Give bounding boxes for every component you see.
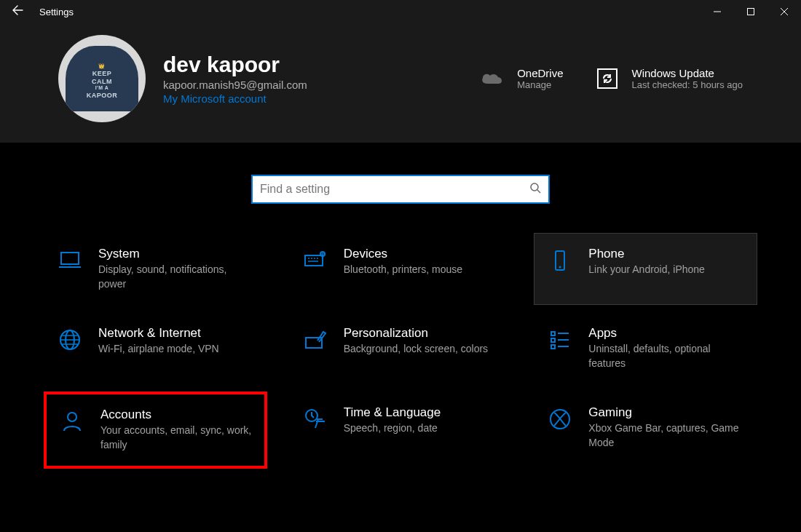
svg-rect-13 bbox=[551, 345, 555, 349]
titlebar: Settings bbox=[0, 0, 801, 23]
person-icon bbox=[60, 409, 84, 434]
tile-apps[interactable]: AppsUninstall, defaults, optional featur… bbox=[534, 312, 757, 384]
paint-icon bbox=[303, 327, 328, 352]
search-section bbox=[0, 143, 801, 218]
tile-time-language[interactable]: Time & LanguageSpeech, region, date bbox=[289, 392, 513, 468]
onedrive-link[interactable]: OneDrive Manage bbox=[478, 67, 563, 90]
tile-gaming[interactable]: GamingXbox Game Bar, captures, Game Mode bbox=[534, 392, 757, 468]
svg-rect-10 bbox=[306, 338, 322, 348]
keyboard-icon bbox=[303, 248, 328, 273]
tile-title: Accounts bbox=[100, 408, 254, 422]
tile-description: Your accounts, email, sync, work, family bbox=[100, 424, 254, 452]
laptop-icon bbox=[58, 248, 82, 273]
avatar-text: KAPOOR bbox=[87, 92, 118, 100]
tile-description: Bluetooth, printers, mouse bbox=[344, 263, 502, 277]
tile-title: Network & Internet bbox=[98, 326, 256, 341]
tile-description: Xbox Game Bar, captures, Game Mode bbox=[588, 421, 746, 450]
xbox-icon bbox=[548, 407, 572, 432]
tile-description: Uninstall, defaults, optional features bbox=[588, 342, 746, 370]
tile-title: Time & Language bbox=[344, 405, 502, 420]
tile-description: Background, lock screen, colors bbox=[344, 342, 502, 357]
cloud-icon bbox=[479, 70, 505, 87]
svg-rect-0 bbox=[748, 9, 754, 15]
update-icon bbox=[596, 67, 619, 90]
tile-description: Link your Android, iPhone bbox=[588, 263, 746, 277]
windows-update-subtitle: Last checked: 5 hours ago bbox=[632, 79, 743, 90]
svg-rect-12 bbox=[551, 338, 555, 342]
svg-point-14 bbox=[68, 413, 76, 421]
back-button[interactable] bbox=[0, 4, 35, 19]
windows-update-link[interactable]: Windows Update Last checked: 5 hours ago bbox=[593, 67, 743, 90]
tile-title: Devices bbox=[344, 247, 502, 261]
avatar[interactable]: 👑 KEEP CALM I'M A KAPOOR bbox=[58, 35, 146, 122]
svg-rect-4 bbox=[305, 255, 323, 266]
minimize-icon bbox=[714, 8, 721, 15]
svg-rect-3 bbox=[61, 253, 79, 264]
tile-title: Phone bbox=[588, 247, 746, 261]
apps-list-icon bbox=[548, 327, 572, 352]
svg-rect-11 bbox=[551, 332, 555, 336]
user-info: dev kapoor kapoor.manish95@gmail.com My … bbox=[163, 52, 307, 105]
onedrive-subtitle: Manage bbox=[517, 79, 563, 90]
search-box[interactable] bbox=[251, 175, 550, 204]
avatar-text: KEEP bbox=[92, 70, 112, 78]
onedrive-title: OneDrive bbox=[517, 67, 563, 79]
user-email: kapoor.manish95@gmail.com bbox=[163, 79, 307, 91]
avatar-text: I'M A bbox=[95, 85, 109, 91]
arrow-left-icon bbox=[12, 4, 23, 16]
account-header: 👑 KEEP CALM I'M A KAPOOR dev kapoor kapo… bbox=[0, 23, 801, 143]
phone-icon bbox=[548, 248, 572, 273]
tile-phone[interactable]: PhoneLink your Android, iPhone bbox=[534, 233, 757, 305]
tile-title: Apps bbox=[588, 326, 746, 341]
minimize-button[interactable] bbox=[701, 0, 734, 23]
avatar-text: CALM bbox=[92, 78, 112, 86]
tile-network[interactable]: Network & InternetWi-Fi, airplane mode, … bbox=[44, 312, 267, 384]
windows-update-title: Windows Update bbox=[632, 67, 743, 79]
tile-title: Gaming bbox=[588, 405, 746, 420]
close-icon bbox=[781, 8, 788, 15]
svg-point-7 bbox=[559, 266, 561, 269]
tile-devices[interactable]: DevicesBluetooth, printers, mouse bbox=[289, 233, 513, 305]
svg-rect-1 bbox=[598, 69, 617, 88]
settings-grid: SystemDisplay, sound, notifications, pow… bbox=[0, 218, 801, 476]
time-language-icon bbox=[303, 407, 328, 432]
tile-description: Wi-Fi, airplane mode, VPN bbox=[98, 342, 256, 357]
tile-title: Personalization bbox=[344, 326, 502, 341]
window-title: Settings bbox=[35, 7, 74, 17]
search-icon bbox=[529, 182, 541, 196]
close-button[interactable] bbox=[768, 0, 801, 23]
my-microsoft-account-link[interactable]: My Microsoft account bbox=[163, 92, 307, 105]
search-input[interactable] bbox=[260, 183, 529, 196]
maximize-icon bbox=[747, 8, 754, 15]
tile-title: System bbox=[98, 247, 256, 261]
tile-system[interactable]: SystemDisplay, sound, notifications, pow… bbox=[44, 233, 267, 305]
tile-description: Display, sound, notifications, power bbox=[98, 263, 256, 291]
maximize-button[interactable] bbox=[734, 0, 768, 23]
globe-icon bbox=[58, 327, 82, 352]
user-display-name: dev kapoor bbox=[163, 52, 307, 77]
tile-description: Speech, region, date bbox=[344, 421, 502, 436]
tile-accounts[interactable]: AccountsYour accounts, email, sync, work… bbox=[44, 392, 267, 468]
svg-point-2 bbox=[531, 183, 538, 191]
tile-personalization[interactable]: PersonalizationBackground, lock screen, … bbox=[289, 312, 513, 384]
